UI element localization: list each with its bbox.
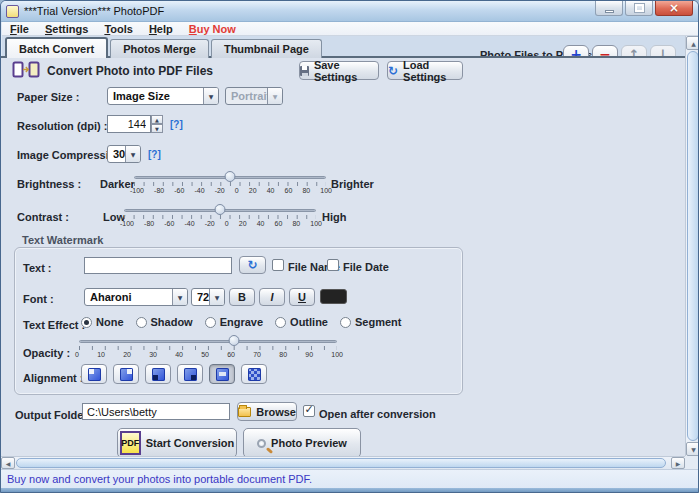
- bold-button[interactable]: B: [229, 288, 255, 306]
- italic-button[interactable]: I: [259, 288, 285, 306]
- brightness-thumb[interactable]: [225, 171, 236, 182]
- effect-radio-engrave[interactable]: [205, 317, 216, 328]
- slider-tick-labels: 0102030405060708090100: [75, 351, 343, 358]
- compression-help-link[interactable]: [?]: [148, 149, 161, 160]
- tick-label: 100: [331, 351, 343, 358]
- effect-radio-none[interactable]: [81, 317, 92, 328]
- underline-button[interactable]: U: [289, 288, 315, 306]
- open-after-checkbox[interactable]: ✓: [303, 405, 315, 417]
- start-conversion-button[interactable]: PDF Start Conversion: [117, 428, 237, 458]
- watermark-group-title: Text Watermark: [22, 234, 103, 246]
- orientation-value: Portrait: [226, 90, 267, 102]
- brightness-slider[interactable]: -100-80-60-40-20020406080100: [134, 170, 326, 196]
- text-effect-group: None Shadow Engrave Outline Segment: [81, 316, 401, 328]
- close-button[interactable]: ×: [655, 1, 693, 16]
- tick-label: -40: [194, 187, 204, 194]
- tabstrip: Batch Convert Photos Merge Thumbnail Pag…: [5, 37, 322, 58]
- tick-label: 10: [97, 351, 105, 358]
- opacity-slider[interactable]: 0102030405060708090100: [79, 334, 337, 360]
- horizontal-scrollbar[interactable]: ◀ ▶: [1, 456, 685, 469]
- maximize-button[interactable]: [625, 1, 653, 16]
- opacity-thumb[interactable]: [228, 335, 239, 346]
- italic-label: I: [270, 291, 273, 303]
- tick-label: 70: [253, 351, 261, 358]
- titlebar[interactable]: ***Trial Version*** PhotoPDF ×: [1, 1, 698, 22]
- spin-down-icon[interactable]: ▼: [151, 124, 163, 133]
- tab-thumbnail-page[interactable]: Thumbnail Page: [211, 39, 322, 58]
- tick-label: 0: [225, 220, 229, 227]
- tick-label: 100: [310, 220, 322, 227]
- menu-tools[interactable]: Tools: [104, 23, 133, 35]
- align-top-left-icon: [88, 368, 101, 381]
- align-top-left-button[interactable]: [81, 364, 107, 384]
- minimize-icon: [605, 10, 614, 13]
- compression-value: 30: [108, 148, 125, 160]
- vertical-scroll-thumb[interactable]: [687, 51, 699, 441]
- browse-button[interactable]: Browse: [237, 402, 297, 421]
- font-color-swatch[interactable]: [320, 289, 347, 304]
- page-title: Convert Photo into PDF Files: [47, 64, 213, 78]
- scroll-up-button[interactable]: ▲: [686, 36, 699, 50]
- contrast-thumb[interactable]: [215, 204, 226, 215]
- photopdf-window: ***Trial Version*** PhotoPDF × File Sett…: [0, 0, 699, 493]
- bold-label: B: [238, 291, 246, 303]
- tab-photos-merge[interactable]: Photos Merge: [110, 39, 209, 58]
- file-date-checkbox[interactable]: [327, 259, 339, 271]
- scroll-right-button[interactable]: ▶: [671, 457, 685, 469]
- maximize-icon: [635, 4, 644, 12]
- refresh-icon: ↻: [247, 258, 257, 272]
- effect-radio-shadow[interactable]: [136, 317, 147, 328]
- spin-up-icon[interactable]: ▲: [151, 115, 163, 124]
- scroll-left-button[interactable]: ◀: [1, 457, 15, 469]
- tick-label: 0: [75, 351, 79, 358]
- effect-label-segment: Segment: [355, 316, 401, 328]
- effect-radio-outline[interactable]: [275, 317, 286, 328]
- minimize-button[interactable]: [595, 1, 623, 16]
- menu-settings[interactable]: Settings: [45, 23, 88, 35]
- check-icon: ✓: [304, 405, 313, 415]
- resolution-help-link[interactable]: [?]: [170, 119, 183, 130]
- window-title: ***Trial Version*** PhotoPDF: [24, 5, 164, 17]
- scroll-down-button[interactable]: ▼: [686, 442, 699, 456]
- font-size-select[interactable]: 72 ▼: [191, 288, 225, 306]
- save-settings-button[interactable]: Save Settings: [299, 61, 379, 80]
- menu-buy-now[interactable]: Buy Now: [189, 23, 236, 35]
- menu-help[interactable]: Help: [149, 23, 173, 35]
- menu-file[interactable]: File: [10, 23, 29, 35]
- tick-label: 20: [239, 220, 247, 227]
- output-folder-input[interactable]: [82, 403, 230, 420]
- tick-label: 20: [123, 351, 131, 358]
- tick-label: 0: [235, 187, 239, 194]
- tab-batch-convert[interactable]: Batch Convert: [5, 37, 108, 58]
- align-bottom-right-button[interactable]: [177, 364, 203, 384]
- tick-label: -20: [205, 220, 215, 227]
- photo-preview-button[interactable]: Photo Preview: [243, 428, 361, 458]
- brightness-label: Brightness :: [17, 178, 81, 190]
- tick-label: -20: [215, 187, 225, 194]
- contrast-label: Contrast :: [17, 211, 69, 223]
- contrast-slider[interactable]: -100-80-60-40-20020406080100: [124, 203, 316, 229]
- pdf-icon: PDF: [120, 431, 141, 455]
- align-center-button[interactable]: [209, 364, 235, 384]
- align-top-right-button[interactable]: [113, 364, 139, 384]
- compression-select[interactable]: 30 ▼: [107, 145, 141, 163]
- align-bottom-right-icon: [184, 368, 197, 381]
- alignment-label: Alignment :: [23, 372, 84, 384]
- effect-radio-segment[interactable]: [340, 317, 351, 328]
- resolution-input[interactable]: [107, 115, 151, 133]
- tick-label: 90: [305, 351, 313, 358]
- paper-size-select[interactable]: Image Size ▼: [107, 87, 219, 105]
- align-tile-button[interactable]: [241, 364, 267, 384]
- load-settings-button[interactable]: ↻ Load Settings: [387, 61, 463, 80]
- watermark-refresh-button[interactable]: ↻: [239, 256, 266, 274]
- watermark-text-input[interactable]: [84, 257, 232, 274]
- horizontal-scroll-thumb[interactable]: [16, 458, 666, 468]
- effect-label-outline: Outline: [290, 316, 328, 328]
- align-bottom-left-button[interactable]: [145, 364, 171, 384]
- file-name-checkbox[interactable]: [272, 259, 284, 271]
- font-select[interactable]: Aharoni ▼: [84, 288, 188, 306]
- resolution-spinner[interactable]: ▲ ▼: [151, 115, 163, 133]
- align-bottom-left-icon: [152, 368, 165, 381]
- paper-size-value: Image Size: [108, 90, 203, 102]
- vertical-scrollbar[interactable]: ▲ ▼: [685, 36, 699, 456]
